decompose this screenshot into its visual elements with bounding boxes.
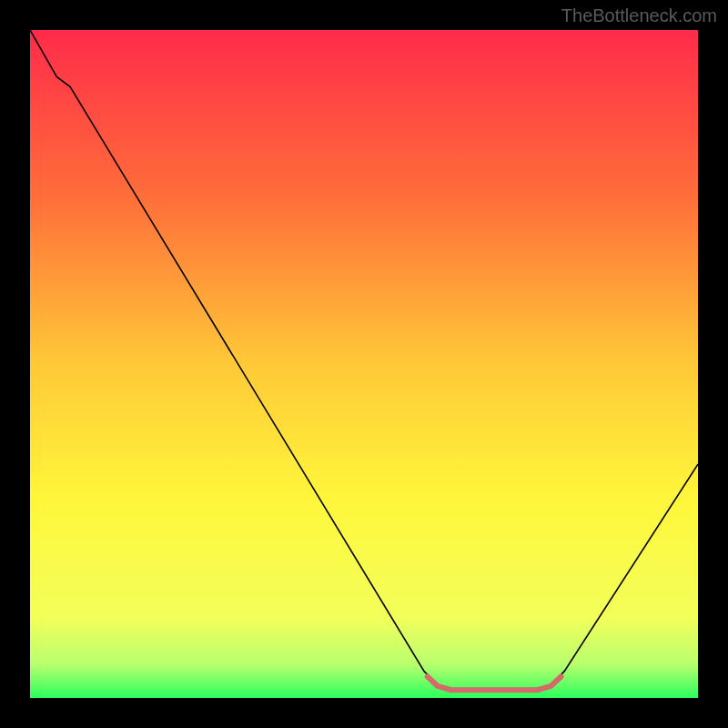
chart-plot-area (30, 30, 698, 698)
gradient-background (30, 30, 698, 698)
chart-svg (30, 30, 698, 698)
watermark-text: TheBottleneck.com (561, 5, 717, 26)
